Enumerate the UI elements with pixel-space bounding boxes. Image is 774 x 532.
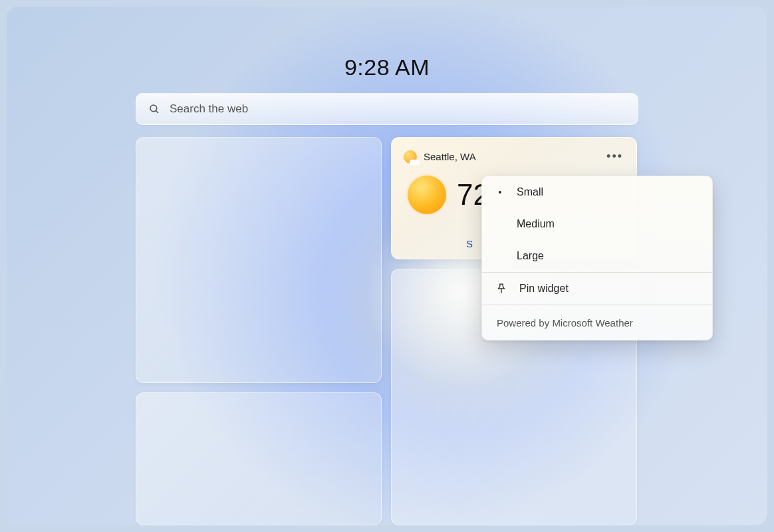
menu-size-large[interactable]: Large [482, 240, 712, 272]
weather-header: Seattle, WA ••• [404, 147, 624, 166]
menu-item-label: Medium [517, 218, 555, 230]
search-icon [148, 103, 160, 115]
menu-footer: Powered by Microsoft Weather [482, 305, 712, 340]
selected-bullet-icon: • [495, 187, 505, 198]
menu-size-medium[interactable]: Medium [482, 208, 712, 240]
menu-size-small[interactable]: • Small [482, 176, 712, 208]
menu-footer-text: Powered by Microsoft Weather [497, 317, 633, 329]
svg-point-0 [150, 105, 157, 112]
partly-sunny-icon [404, 150, 417, 164]
sun-icon [408, 176, 446, 214]
weather-location: Seattle, WA [424, 151, 476, 162]
search-bar[interactable] [136, 93, 638, 125]
search-input[interactable] [170, 102, 626, 116]
menu-item-label: Pin widget [519, 283, 569, 295]
widget-placeholder[interactable] [136, 137, 382, 383]
pin-icon [495, 283, 507, 295]
menu-item-label: Large [517, 250, 544, 262]
svg-line-1 [156, 110, 158, 113]
menu-pin-widget[interactable]: Pin widget [482, 273, 712, 305]
clock-time: 9:28 AM [344, 55, 430, 80]
widget-context-menu: • Small Medium Large Pin widget Powered … [481, 176, 713, 340]
menu-item-label: Small [517, 186, 543, 198]
widget-placeholder[interactable] [136, 392, 382, 525]
widgets-panel: 9:28 AM Seattle, WA ••• 72 S [7, 7, 767, 525]
more-options-button[interactable]: ••• [605, 147, 624, 166]
weather-details-link[interactable]: S [466, 238, 473, 249]
